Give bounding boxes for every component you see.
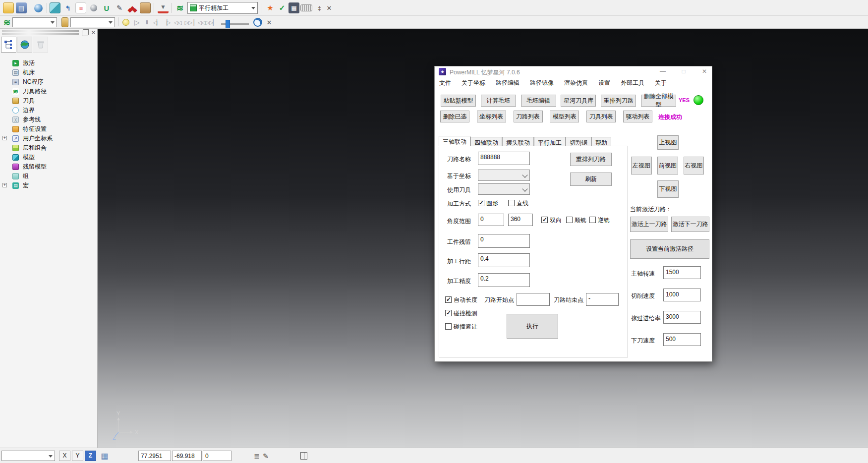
menu-item[interactable]: 文件 <box>438 78 453 87</box>
view-front-button[interactable]: 前视图 <box>657 157 678 174</box>
coordinate-y-field[interactable]: -69.918 <box>172 451 202 461</box>
play-icon[interactable]: ▷ <box>132 17 142 27</box>
dialog-button[interactable]: 刀具列表 <box>586 111 616 122</box>
menu-item[interactable]: 路径编辑 <box>494 78 521 87</box>
menu-item[interactable]: 设置 <box>597 78 612 87</box>
coordinate-z-field[interactable]: 0 <box>203 451 231 461</box>
dialog-tab[interactable]: 三轴联动 <box>439 136 470 146</box>
collision-check-checkbox[interactable] <box>445 310 452 316</box>
start-point-input[interactable] <box>517 293 550 306</box>
tree-item[interactable]: 刀具路径 <box>0 87 97 96</box>
statusbar-combo[interactable] <box>1 451 55 461</box>
collision-avoid-checkbox[interactable] <box>445 323 452 330</box>
tool-pair-icon[interactable]: ‡ <box>315 2 323 13</box>
view-top-button[interactable]: 上视图 <box>657 135 679 150</box>
dialog-button[interactable]: 计算毛坯 <box>481 95 516 107</box>
sim-tool-combo[interactable] <box>70 17 115 27</box>
dialog-button[interactable]: 坐标列表 <box>477 111 506 122</box>
tree-item[interactable]: + 宏 <box>0 181 97 190</box>
strategy-combo[interactable]: 平行精加工 <box>187 2 258 14</box>
dialog-tab[interactable]: 四轴联动 <box>470 137 502 146</box>
tree-item[interactable]: 残留模型 <box>0 162 97 172</box>
pause-icon[interactable]: ‖ <box>142 17 152 27</box>
param-input[interactable]: 3000 <box>663 311 701 324</box>
param-input[interactable]: 500 <box>663 333 701 346</box>
drill-tool-icon[interactable]: ▼ <box>158 2 169 13</box>
menu-item[interactable]: 路径镜像 <box>528 78 555 87</box>
dialog-tab[interactable]: 切割锯 <box>566 137 591 146</box>
dialog-button[interactable]: 星河刀具库 <box>561 95 596 107</box>
panel-grip[interactable] <box>2 30 79 32</box>
tab-explorer-world[interactable] <box>17 37 32 53</box>
execute-button[interactable]: 执行 <box>507 314 558 339</box>
dialog-tab[interactable]: 帮助 <box>591 137 611 146</box>
pointer-edit-icon[interactable]: ✎ <box>261 451 271 461</box>
bidirectional-option[interactable]: 双向 <box>541 216 562 225</box>
toolbar-close-icon[interactable]: ✕ <box>325 2 333 13</box>
open-project-icon[interactable] <box>3 2 14 13</box>
dialog-button[interactable]: 删除全部模型 <box>641 95 676 107</box>
panel-grip[interactable] <box>2 33 79 35</box>
conventional-checkbox[interactable] <box>589 217 596 223</box>
measure-icon[interactable] <box>300 4 312 11</box>
climb-checkbox[interactable] <box>566 217 573 223</box>
step-forward-icon[interactable]: ▕▷ <box>162 17 172 27</box>
tree-expander[interactable]: + <box>2 183 7 187</box>
step-back-icon[interactable]: ◁▏ <box>152 17 162 27</box>
split-view-icon[interactable] <box>299 451 309 461</box>
circle-checkbox[interactable] <box>478 200 484 206</box>
set-active-path-button[interactable]: 设置当前激活路径 <box>630 239 709 259</box>
dialog-button[interactable]: 重排列刀路 <box>601 95 636 107</box>
panel-close-icon[interactable]: ✕ <box>90 30 97 36</box>
tree-item[interactable]: 参考线 <box>0 115 97 124</box>
calculator-icon[interactable]: ▦ <box>289 2 299 13</box>
tree-expander[interactable]: + <box>2 136 7 140</box>
start-points-icon[interactable]: ◆ <box>127 2 138 13</box>
tree-item[interactable]: 机床 <box>0 68 97 77</box>
dialog-button[interactable]: 刀路列表 <box>514 111 543 122</box>
save-project-icon[interactable]: ▤ <box>16 2 27 13</box>
coordinate-x-field[interactable]: 77.2951 <box>138 451 171 461</box>
sim-toolbar-close-icon[interactable]: ✕ <box>266 17 273 27</box>
lightbulb-icon[interactable] <box>121 17 131 27</box>
snap-options-icon[interactable]: ≣ <box>252 451 262 461</box>
menu-item[interactable]: 渲染仿真 <box>563 78 589 87</box>
dialog-titlebar[interactable]: ★ PowerMILL 忆梦星河 7.0.6 — □ ✕ <box>435 66 712 77</box>
fast-forward-icon[interactable]: ▷▷ <box>183 17 193 27</box>
rewind-icon[interactable]: ◁◁ <box>173 17 182 27</box>
dialog-tab[interactable]: 平行加工 <box>534 137 566 146</box>
view-right-button[interactable]: 右视图 <box>684 157 704 174</box>
tolerance-input[interactable]: 0.2 <box>478 273 530 287</box>
coord-base-combo[interactable] <box>478 170 530 181</box>
clock-icon[interactable] <box>253 17 263 27</box>
tab-explorer-tree[interactable] <box>1 37 16 53</box>
dialog-button[interactable]: 驱动列表 <box>623 111 652 122</box>
auto-length-option[interactable]: 自动长度 <box>445 296 477 304</box>
method-line-option[interactable]: 直线 <box>508 199 528 208</box>
rearrange-toolpath-button[interactable]: 重排列刀路 <box>570 153 612 166</box>
dialog-button[interactable]: 粘贴新模型 <box>441 95 476 107</box>
tree-item[interactable]: 组 <box>0 172 97 181</box>
dialog-tab[interactable]: 摆头联动 <box>502 137 534 146</box>
tree-item[interactable]: 刀具 <box>0 96 97 106</box>
conventional-mill-option[interactable]: 逆铣 <box>589 216 610 225</box>
dialog-button[interactable]: 毛坯编辑 <box>521 95 556 107</box>
menu-item[interactable]: 关于坐标 <box>460 78 487 87</box>
block-sphere-icon[interactable] <box>33 2 44 13</box>
verify-toolpath-icon[interactable]: ★ <box>265 2 276 13</box>
angle-from-input[interactable]: 0 <box>478 214 504 226</box>
auto-length-checkbox[interactable] <box>445 296 452 303</box>
refresh-button[interactable]: 刷新 <box>570 173 612 186</box>
sim-toolpath-combo[interactable] <box>12 17 57 27</box>
activate-next-toolpath-button[interactable]: 激活下一刀路 <box>671 217 709 232</box>
line-checkbox[interactable] <box>508 200 515 206</box>
close-icon[interactable]: ✕ <box>698 67 711 76</box>
feedrate-icon[interactable]: ≡ <box>75 2 86 13</box>
dialog-button[interactable]: 模型列表 <box>550 111 579 122</box>
menu-item[interactable]: 外部工具 <box>619 78 646 87</box>
end-point-input[interactable]: - <box>586 293 619 306</box>
dialog-button[interactable]: 删除已选 <box>440 111 469 122</box>
grid-icon[interactable]: ▦ <box>100 451 110 461</box>
go-start-icon[interactable]: ▏◁◁ <box>194 17 204 27</box>
ball-tool-icon[interactable] <box>88 2 99 13</box>
